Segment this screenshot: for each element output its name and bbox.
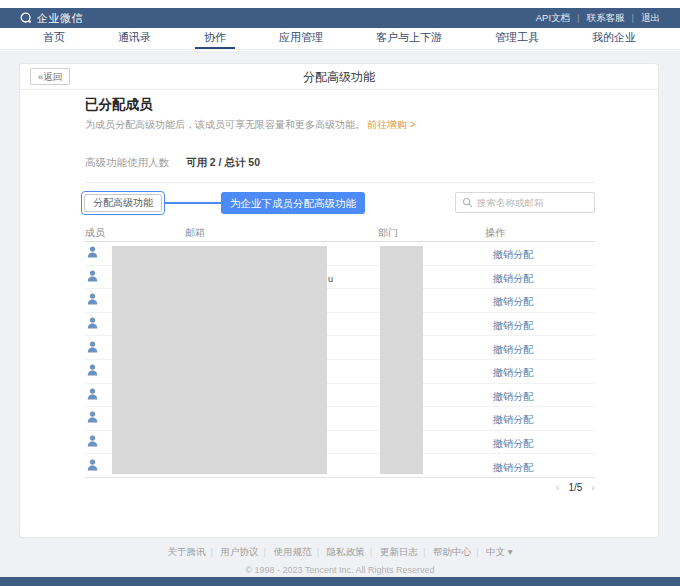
back-button[interactable]: «返回 [30,68,70,85]
page-title: 分配高级功能 [20,64,658,90]
assign-button-highlight-ring: 分配高级功能 [81,191,165,215]
section-divider [85,182,595,183]
section-description: 为成员分配高级功能后，该成员可享无限容量和更多高级功能。前往增购 > [85,118,416,132]
pagination: ‹ 1/5 › [556,482,595,493]
bottom-dark-strip [0,577,680,586]
member-avatar-icon [87,293,98,305]
api-docs-link[interactable]: API文档 [536,12,587,25]
pagination-prev-icon[interactable]: ‹ [556,482,560,493]
column-header-member: 成员 [85,228,185,238]
revoke-assignment-link[interactable]: 撤销分配 [493,249,533,260]
action-cell: 撤销分配 [485,362,595,380]
pagination-page-indicator: 1/5 [568,482,582,493]
assign-advanced-features-button[interactable]: 分配高级功能 [84,194,162,212]
member-avatar-icon [87,317,98,329]
footer-link-changelog[interactable]: 更新日志 [380,546,430,557]
assign-features-card: «返回 分配高级功能 已分配成员 为成员分配高级功能后，该成员可享无限容量和更多… [20,64,658,537]
member-avatar-icon [87,388,98,400]
section-description-text: 为成员分配高级功能后，该成员可享无限容量和更多高级功能。 [85,119,365,130]
nav-tab-app-management[interactable]: 应用管理 [279,28,323,49]
revoke-assignment-link[interactable]: 撤销分配 [493,414,533,425]
action-cell: 撤销分配 [485,315,595,333]
footer-link-user-agreement[interactable]: 用户协议 [221,546,271,557]
redacted-names-emails-overlay [112,246,327,474]
revoke-assignment-link[interactable]: 撤销分配 [493,296,533,307]
content-area: «返回 分配高级功能 已分配成员 为成员分配高级功能后，该成员可享无限容量和更多… [0,51,680,577]
nav-tab-collaboration[interactable]: 协作 [204,28,226,49]
footer-link-usage-rules[interactable]: 使用规范 [274,546,324,557]
wework-admin-app: 企业微信 API文档 联系客服 退出 首页 通讯录 协作 应用管理 客户与上下游… [0,0,680,586]
footer-link-help-center[interactable]: 帮助中心 [433,546,483,557]
footer-link-about[interactable]: 关于腾讯 [167,546,217,557]
wework-logo-icon [20,12,32,24]
search-input[interactable] [477,197,588,208]
members-table: 成员 邮箱 部门 操作 撤销分配 [85,228,595,478]
revoke-assignment-link[interactable]: 撤销分配 [493,320,533,331]
nav-tab-customers-upstream[interactable]: 客户与上下游 [376,28,442,49]
guide-tooltip: 为企业下成员分配高级功能 [221,192,365,214]
nav-tab-admin-tools[interactable]: 管理工具 [495,28,539,49]
card-header: «返回 分配高级功能 [20,64,658,90]
redacted-email-tail: u [328,274,333,284]
copyright-text: © 1998 - 2023 Tencent Inc. All Rights Re… [0,565,680,575]
member-avatar-icon [87,411,98,423]
action-cell: 撤销分配 [485,457,595,475]
section-heading: 已分配成员 [85,96,153,114]
action-cell: 撤销分配 [485,268,595,286]
column-header-email: 邮箱 [185,228,378,238]
nav-tab-contacts[interactable]: 通讯录 [118,28,151,49]
nav-tabs: 首页 通讯录 协作 应用管理 客户与上下游 管理工具 我的企业 [43,28,636,49]
revoke-assignment-link[interactable]: 撤销分配 [493,367,533,378]
footer-link-privacy-policy[interactable]: 隐私政策 [327,546,377,557]
column-header-actions: 操作 [485,228,595,238]
language-selector[interactable]: 中文 ▾ [486,546,512,557]
footer-links: 关于腾讯 用户协议 使用规范 隐私政策 更新日志 帮助中心 中文 ▾ [0,546,680,559]
header-links: API文档 联系客服 退出 [536,12,660,25]
logout-link[interactable]: 退出 [641,12,660,25]
table-header-row: 成员 邮箱 部门 操作 [85,228,595,242]
revoke-assignment-link[interactable]: 撤销分配 [493,273,533,284]
top-header: 企业微信 API文档 联系客服 退出 [0,8,680,28]
member-avatar-icon [87,246,98,258]
usage-label: 高级功能使用人数 [85,156,169,168]
purchase-more-link[interactable]: 前往增购 > [367,119,416,130]
app-logo-text: 企业微信 [37,11,83,26]
usage-summary: 高级功能使用人数 可用 2 / 总计 50 [85,156,260,170]
pagination-next-icon[interactable]: › [591,482,595,493]
action-cell: 撤销分配 [485,244,595,262]
redacted-departments-overlay [380,246,423,474]
action-cell: 撤销分配 [485,409,595,427]
action-cell: 撤销分配 [485,291,595,309]
member-avatar-icon [87,270,98,282]
member-avatar-icon [87,341,98,353]
toolbar: 分配高级功能 为企业下成员分配高级功能 [85,191,595,215]
nav-tab-my-company[interactable]: 我的企业 [592,28,636,49]
search-box [455,192,595,213]
page-footer: 关于腾讯 用户协议 使用规范 隐私政策 更新日志 帮助中心 中文 ▾ © 199… [0,546,680,575]
member-avatar-icon [87,364,98,376]
main-nav: 首页 通讯录 协作 应用管理 客户与上下游 管理工具 我的企业 [0,28,680,50]
card-body: 已分配成员 为成员分配高级功能后，该成员可享无限容量和更多高级功能。前往增购 >… [85,90,595,537]
action-cell: 撤销分配 [485,433,595,451]
revoke-assignment-link[interactable]: 撤销分配 [493,344,533,355]
action-cell: 撤销分配 [485,339,595,357]
tooltip-connector-line [165,202,221,204]
contact-support-link[interactable]: 联系客服 [587,12,641,25]
usage-value: 可用 2 / 总计 50 [186,156,260,168]
revoke-assignment-link[interactable]: 撤销分配 [493,391,533,402]
action-cell: 撤销分配 [485,386,595,404]
member-avatar-icon [87,459,98,471]
search-icon [462,197,473,208]
app-logo[interactable]: 企业微信 [20,11,83,26]
revoke-assignment-link[interactable]: 撤销分配 [493,438,533,449]
column-header-department: 部门 [378,228,485,238]
assign-button-group: 分配高级功能 为企业下成员分配高级功能 [81,191,365,215]
revoke-assignment-link[interactable]: 撤销分配 [493,462,533,473]
member-avatar-icon [87,435,98,447]
nav-tab-home[interactable]: 首页 [43,28,65,49]
